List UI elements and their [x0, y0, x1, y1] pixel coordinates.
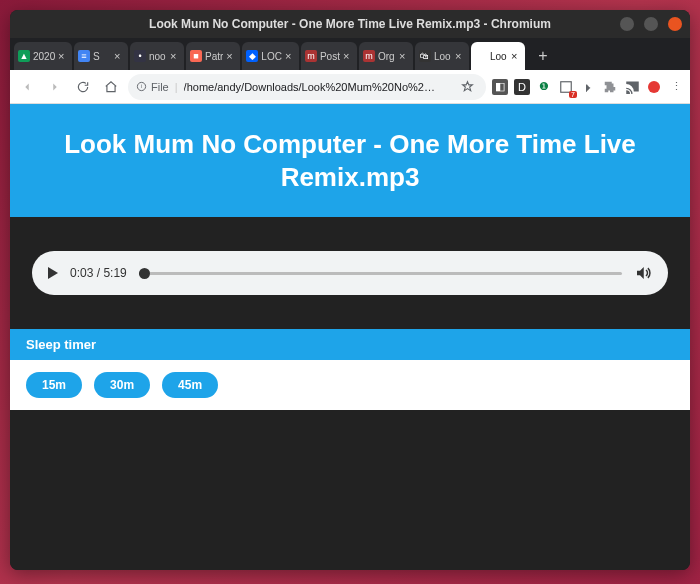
browser-toolbar: i File | /home/andy/Downloads/Look%20Mum…: [10, 70, 690, 104]
close-tab-icon[interactable]: ×: [511, 51, 521, 61]
tab-label: Post: [320, 51, 340, 62]
extensions-row: ◧ D ❶ 7 ⏵ ⋮: [492, 79, 684, 95]
back-button[interactable]: [16, 76, 38, 98]
duration: 5:19: [103, 266, 126, 280]
seek-track[interactable]: [139, 272, 622, 275]
close-tab-icon[interactable]: ×: [58, 51, 68, 61]
tab-label: S: [93, 51, 111, 62]
close-tab-icon[interactable]: ×: [399, 51, 409, 61]
extension-icon[interactable]: 7: [558, 79, 574, 95]
close-tab-icon[interactable]: ×: [343, 51, 353, 61]
svg-text:i: i: [141, 83, 142, 89]
close-tab-icon[interactable]: ×: [285, 51, 295, 61]
sleep-timer-option[interactable]: 45m: [162, 372, 218, 398]
file-scheme-chip: i File: [136, 81, 169, 93]
tab-label: Loo: [490, 51, 508, 62]
tab[interactable]: ▲2020×: [14, 42, 72, 70]
maximize-button[interactable]: [644, 17, 658, 31]
tab[interactable]: Loo×: [471, 42, 525, 70]
close-tab-icon[interactable]: ×: [455, 51, 465, 61]
tab-label: Org: [378, 51, 396, 62]
tab-label: LOC: [261, 51, 282, 62]
reload-button[interactable]: [72, 76, 94, 98]
tab[interactable]: •noo×: [130, 42, 184, 70]
tab[interactable]: mPost×: [301, 42, 357, 70]
sleep-timer-heading: Sleep timer: [10, 329, 690, 360]
tab-label: noo: [149, 51, 167, 62]
extension-icon[interactable]: D: [514, 79, 530, 95]
close-tab-icon[interactable]: ×: [170, 51, 180, 61]
play-button[interactable]: [48, 267, 58, 279]
tab-label: Loo: [434, 51, 452, 62]
address-bar[interactable]: i File | /home/andy/Downloads/Look%20Mum…: [128, 74, 486, 100]
tab[interactable]: 🛍Loo×: [415, 42, 469, 70]
browser-menu-icon[interactable]: ⋮: [668, 79, 684, 95]
record-indicator-icon[interactable]: [646, 79, 662, 95]
close-tab-icon[interactable]: ×: [226, 51, 236, 61]
tab[interactable]: ≡S×: [74, 42, 128, 70]
favicon: [475, 50, 487, 62]
favicon: ■: [190, 50, 202, 62]
window-title: Look Mum No Computer - One More Time Liv…: [10, 17, 690, 31]
sleep-timer-option[interactable]: 30m: [94, 372, 150, 398]
favicon: •: [134, 50, 146, 62]
extension-icon[interactable]: ◧: [492, 79, 508, 95]
sleep-timer-row: 15m30m45m: [10, 360, 690, 410]
scheme-label: File: [151, 81, 169, 93]
extension-icon[interactable]: ❶: [536, 79, 552, 95]
close-window-button[interactable]: [668, 17, 682, 31]
bookmark-star-icon[interactable]: [456, 76, 478, 98]
window-controls: [620, 17, 682, 31]
app-window: Look Mum No Computer - One More Time Liv…: [10, 10, 690, 570]
page-content: Look Mum No Computer - One More Time Liv…: [10, 104, 690, 570]
tab-label: 2020: [33, 51, 55, 62]
tab[interactable]: mOrg×: [359, 42, 413, 70]
seek-knob[interactable]: [139, 268, 150, 279]
minimize-button[interactable]: [620, 17, 634, 31]
favicon: ≡: [78, 50, 90, 62]
favicon: m: [363, 50, 375, 62]
favicon: 🛍: [419, 50, 431, 62]
favicon: m: [305, 50, 317, 62]
extension-icon[interactable]: ⏵: [580, 79, 596, 95]
url-text: /home/andy/Downloads/Look%20Mum%20No%2…: [184, 81, 450, 93]
audio-player-section: 0:03 / 5:19: [10, 217, 690, 329]
tab[interactable]: ■Patr×: [186, 42, 240, 70]
tab-label: Patr: [205, 51, 223, 62]
tab-strip: ▲2020×≡S×•noo×■Patr×◆LOC×mPost×mOrg×🛍Loo…: [10, 38, 690, 70]
extensions-menu-icon[interactable]: [602, 79, 618, 95]
home-button[interactable]: [100, 76, 122, 98]
titlebar: Look Mum No Computer - One More Time Liv…: [10, 10, 690, 38]
close-tab-icon[interactable]: ×: [114, 51, 124, 61]
new-tab-button[interactable]: +: [531, 44, 555, 68]
audio-player: 0:03 / 5:19: [32, 251, 668, 295]
forward-button[interactable]: [44, 76, 66, 98]
favicon: ◆: [246, 50, 258, 62]
time-display: 0:03 / 5:19: [70, 266, 127, 280]
tab[interactable]: ◆LOC×: [242, 42, 299, 70]
volume-icon[interactable]: [634, 264, 652, 282]
page-title: Look Mum No Computer - One More Time Liv…: [10, 104, 690, 217]
favicon: ▲: [18, 50, 30, 62]
sleep-timer-option[interactable]: 15m: [26, 372, 82, 398]
current-time: 0:03: [70, 266, 93, 280]
cast-icon[interactable]: [624, 79, 640, 95]
